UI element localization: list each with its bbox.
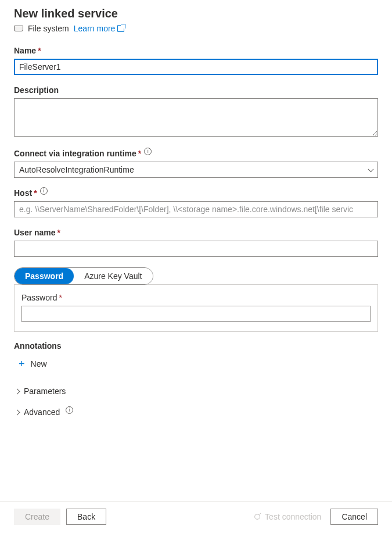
external-link-icon	[117, 25, 124, 32]
annotations-label: Annotations	[14, 341, 378, 350]
host-label-text: Host	[14, 188, 32, 198]
runtime-label: Connect via integration runtime * i	[14, 149, 378, 158]
learn-more-link[interactable]: Learn more	[74, 24, 125, 33]
info-icon[interactable]: i	[66, 406, 73, 414]
test-connection-text: Test connection	[265, 512, 321, 521]
required-mark: *	[38, 46, 41, 55]
plug-icon	[253, 513, 261, 521]
parameters-label: Parameters	[24, 387, 66, 396]
auth-section: Password Azure Key Vault Password *	[14, 267, 378, 332]
description-input[interactable]	[14, 98, 378, 137]
required-mark: *	[59, 293, 62, 302]
create-button[interactable]: Create	[14, 509, 60, 525]
info-icon[interactable]: i	[40, 187, 48, 195]
password-label: Password *	[21, 293, 371, 302]
advanced-toggle[interactable]: Advanced i	[14, 402, 378, 423]
chevron-right-icon	[15, 409, 20, 415]
parameters-toggle[interactable]: Parameters	[14, 381, 378, 402]
tab-azure-key-vault[interactable]: Azure Key Vault	[74, 268, 152, 284]
svg-point-0	[255, 514, 260, 520]
runtime-select-wrap	[14, 162, 378, 178]
service-type-label: File system	[28, 24, 69, 33]
runtime-field-group: Connect via integration runtime * i	[14, 149, 378, 178]
name-label-text: Name	[14, 46, 36, 55]
learn-more-text: Learn more	[74, 24, 116, 33]
runtime-label-text: Connect via integration runtime	[14, 149, 136, 158]
subtitle-row: File system Learn more	[14, 24, 378, 33]
host-label: Host * i	[14, 188, 378, 198]
required-mark: *	[57, 228, 60, 237]
required-mark: *	[34, 188, 37, 198]
cancel-button[interactable]: Cancel	[330, 509, 378, 525]
svg-line-1	[260, 513, 261, 515]
footer-left: Create Back	[14, 509, 106, 525]
add-annotation-button[interactable]: + New	[14, 356, 48, 371]
host-field-group: Host * i	[14, 188, 378, 217]
username-label-text: User name	[14, 228, 56, 237]
name-input[interactable]	[14, 59, 378, 75]
description-label: Description	[14, 85, 378, 95]
description-field-group: Description	[14, 85, 378, 138]
file-system-icon	[14, 26, 23, 31]
password-label-text: Password	[21, 293, 57, 302]
host-input[interactable]	[14, 201, 378, 217]
runtime-select[interactable]	[14, 162, 378, 178]
required-mark: *	[138, 149, 141, 158]
back-button[interactable]: Back	[66, 509, 106, 525]
username-label: User name *	[14, 228, 378, 237]
info-icon[interactable]: i	[144, 148, 152, 155]
footer-right: Test connection Cancel	[250, 509, 378, 525]
username-field-group: User name *	[14, 228, 378, 257]
test-connection-button: Test connection	[250, 509, 325, 524]
name-field-group: Name *	[14, 46, 378, 75]
tab-password[interactable]: Password	[15, 268, 74, 284]
password-input[interactable]	[21, 306, 371, 322]
footer-bar: Create Back Test connection Cancel	[0, 501, 392, 533]
advanced-label: Advanced	[24, 407, 60, 417]
add-annotation-text: New	[31, 359, 47, 369]
plus-icon: +	[19, 359, 25, 369]
password-panel: Password *	[14, 284, 378, 332]
page-title: New linked service	[14, 7, 378, 20]
name-label: Name *	[14, 46, 378, 55]
username-input[interactable]	[14, 241, 378, 257]
auth-tabs: Password Azure Key Vault	[14, 267, 153, 285]
description-label-text: Description	[14, 85, 59, 95]
chevron-right-icon	[15, 388, 20, 394]
